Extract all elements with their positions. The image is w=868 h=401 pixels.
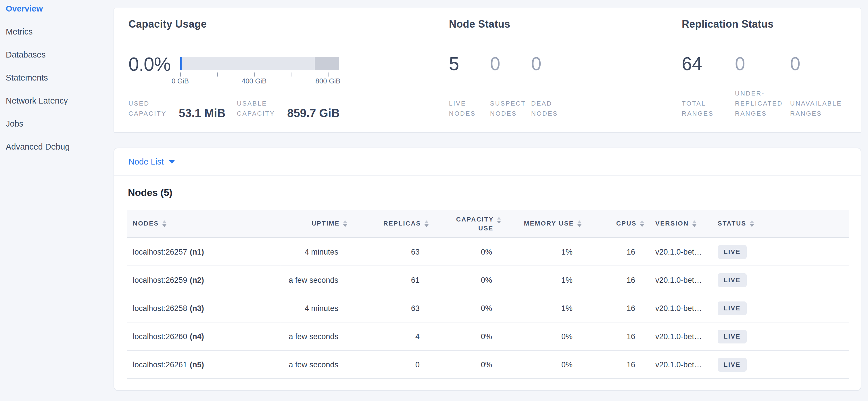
node-address: localhost:26260 xyxy=(133,332,187,341)
table-row-node-3[interactable]: localhost:26258(n3) 4 minutes 63 0% 1% 1… xyxy=(127,294,849,322)
uptime-cell: 4 minutes xyxy=(280,248,348,257)
sort-icon xyxy=(750,220,754,227)
capacity-use-cell: 0% xyxy=(430,361,502,369)
node-status-title: Node Status xyxy=(449,18,682,30)
memory-use-cell: 1% xyxy=(502,304,583,313)
uptime-cell: 4 minutes xyxy=(280,304,348,313)
memory-use-cell: 1% xyxy=(502,276,583,285)
suspect-nodes-label: SUSPECT NODES xyxy=(490,98,527,118)
table-row-node-2[interactable]: localhost:26259(n2) a few seconds 61 0% … xyxy=(127,266,849,294)
axis-tick xyxy=(328,73,329,77)
column-header-nodes[interactable]: NODES xyxy=(127,220,280,227)
version-cell: v20.1.0-bet… xyxy=(645,276,718,285)
capacity-use-cell: 0% xyxy=(430,304,502,313)
cpus-cell: 16 xyxy=(583,276,645,285)
total-ranges-count: 64 xyxy=(682,55,735,73)
unavailable-ranges-count: 0 xyxy=(790,55,845,73)
node-list-view-label: Node List xyxy=(128,157,164,167)
version-cell: v20.1.0-bet… xyxy=(645,332,718,341)
node-id: (n5) xyxy=(190,361,204,369)
capacity-usage-title: Capacity Usage xyxy=(128,18,449,30)
sort-icon xyxy=(162,220,166,227)
live-nodes-count: 5 xyxy=(449,55,490,73)
sidebar-nav: Overview Metrics Databases Statements Ne… xyxy=(6,0,114,158)
column-header-version[interactable]: VERSION xyxy=(645,220,718,227)
capacity-use-cell: 0% xyxy=(430,276,502,285)
nodes-table-header: NODES UPTIME REPLICAS CAPACITY USE MEMOR… xyxy=(127,210,849,238)
node-id: (n3) xyxy=(190,304,204,313)
replicas-cell: 61 xyxy=(348,276,430,285)
sidebar-item-metrics[interactable]: Metrics xyxy=(6,20,114,43)
column-header-memory-use[interactable]: MEMORY USE xyxy=(502,220,583,227)
axis-tick xyxy=(254,73,255,77)
capacity-bar-track xyxy=(180,57,339,70)
main-content: Capacity Usage 0.0% xyxy=(114,0,861,391)
replicas-cell: 4 xyxy=(348,332,430,341)
column-header-replicas[interactable]: REPLICAS xyxy=(348,220,430,227)
column-header-capacity-use[interactable]: CAPACITY USE xyxy=(430,210,502,237)
used-capacity-label: USED CAPACITY xyxy=(128,98,172,118)
cpus-cell: 16 xyxy=(583,332,645,341)
column-header-cpus[interactable]: CPUS xyxy=(583,220,645,227)
version-cell: v20.1.0-bet… xyxy=(645,304,718,313)
capacity-axis-ticks xyxy=(180,70,339,77)
axis-label-400: 400 GiB xyxy=(242,77,267,85)
sidebar-item-overview[interactable]: Overview xyxy=(6,0,114,20)
capacity-bar-other-segment xyxy=(315,57,339,70)
capacity-percent: 0.0% xyxy=(128,55,180,74)
status-badge-live: LIVE xyxy=(718,273,747,287)
capacity-bar-used-segment xyxy=(180,57,182,70)
capacity-bar: 0 GiB 400 GiB 800 GiB xyxy=(180,57,339,86)
usable-capacity-label: USABLE CAPACITY xyxy=(237,98,280,118)
sort-icon xyxy=(692,220,696,227)
replication-status-title: Replication Status xyxy=(682,18,861,30)
status-badge-live: LIVE xyxy=(718,245,747,259)
column-header-status[interactable]: STATUS xyxy=(718,220,849,227)
sidebar-item-statements[interactable]: Statements xyxy=(6,66,114,89)
axis-tick xyxy=(291,73,291,77)
node-address: localhost:26257 xyxy=(133,248,187,257)
capacity-use-cell: 0% xyxy=(430,248,502,257)
memory-use-cell: 1% xyxy=(502,248,583,257)
unavailable-ranges-label: UNAVAILABLE RANGES xyxy=(790,98,845,118)
axis-tick xyxy=(217,73,218,77)
sort-icon xyxy=(497,217,501,224)
node-address: localhost:26258 xyxy=(133,304,187,313)
total-ranges-label: TOTAL RANGES xyxy=(682,98,716,118)
cpus-cell: 16 xyxy=(583,304,645,313)
nodes-count-heading: Nodes (5) xyxy=(128,187,861,198)
sidebar-item-jobs[interactable]: Jobs xyxy=(6,112,114,135)
uptime-cell: a few seconds xyxy=(280,361,348,369)
capacity-use-cell: 0% xyxy=(430,332,502,341)
uptime-cell: a few seconds xyxy=(280,332,348,341)
sidebar-item-databases[interactable]: Databases xyxy=(6,43,114,66)
table-row-node-5[interactable]: localhost:26261(n5) a few seconds 0 0% 0… xyxy=(127,351,849,379)
node-list-view-selector[interactable]: Node List xyxy=(114,148,861,176)
node-id: (n4) xyxy=(190,332,204,341)
sidebar-item-network-latency[interactable]: Network Latency xyxy=(6,89,114,112)
replicas-cell: 63 xyxy=(348,304,430,313)
axis-tick xyxy=(180,73,181,77)
sidebar-item-advanced-debug[interactable]: Advanced Debug xyxy=(6,135,114,158)
uptime-cell: a few seconds xyxy=(280,276,348,285)
sort-icon xyxy=(640,220,644,227)
used-capacity-value: 53.1 MiB xyxy=(179,108,225,118)
node-address: localhost:26261 xyxy=(133,361,187,369)
node-address: localhost:26259 xyxy=(133,276,187,285)
sort-icon xyxy=(578,220,582,227)
nodes-table: NODES UPTIME REPLICAS CAPACITY USE MEMOR… xyxy=(127,210,849,379)
cpus-cell: 16 xyxy=(583,361,645,369)
table-row-node-4[interactable]: localhost:26260(n4) a few seconds 4 0% 0… xyxy=(127,322,849,351)
usable-capacity-value: 859.7 GiB xyxy=(287,108,339,118)
table-row-node-1[interactable]: localhost:26257(n1) 4 minutes 63 0% 1% 1… xyxy=(127,238,849,266)
column-header-uptime[interactable]: UPTIME xyxy=(280,220,348,227)
replicas-cell: 63 xyxy=(348,248,430,257)
memory-use-cell: 0% xyxy=(502,361,583,369)
version-cell: v20.1.0-bet… xyxy=(645,361,718,369)
version-cell: v20.1.0-bet… xyxy=(645,248,718,257)
node-id: (n1) xyxy=(190,248,204,257)
node-status-section: Node Status 5 LIVE NODES 0 SUSPECT NODES… xyxy=(449,8,682,132)
status-badge-live: LIVE xyxy=(718,358,747,372)
replication-status-section: Replication Status 64 TOTAL RANGES 0 UND… xyxy=(682,8,861,132)
dead-nodes-count: 0 xyxy=(531,55,566,73)
